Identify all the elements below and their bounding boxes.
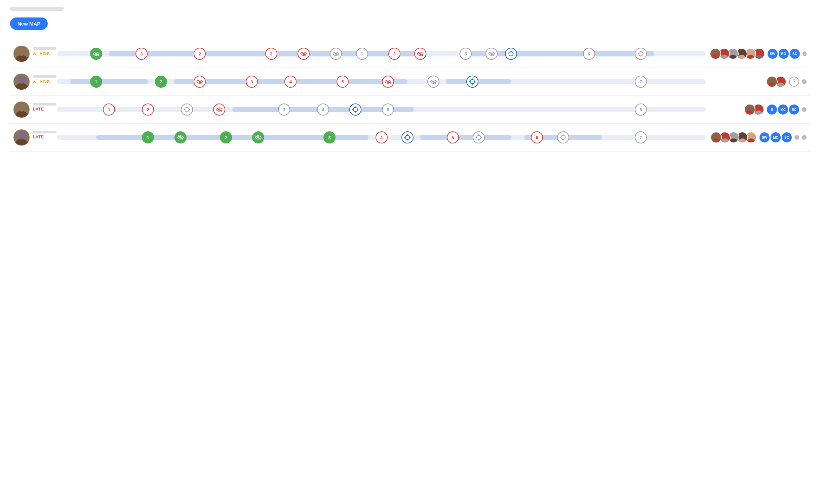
node-row3-7[interactable]: 5 [382,103,394,116]
node-row3-6[interactable] [349,103,361,116]
dot-row4-1 [802,135,807,140]
svg-point-93 [723,134,727,138]
node-row4-6[interactable] [401,131,414,143]
timeline-row4: 1 2 34 5 6 7 [57,129,706,146]
node-row2-1[interactable]: 2 [155,76,167,88]
badge-row3-1: MC [778,104,788,115]
avatar-row3[interactable] [13,101,30,118]
node-row3-1[interactable]: 2 [142,103,154,116]
badge-group-row4: SWMCSC [759,132,792,142]
segment-row2-0 [70,79,148,84]
node-row2-4[interactable]: 4 [284,76,297,88]
node-row3-4[interactable]: 3 [278,103,290,116]
node-row3-3[interactable] [213,103,225,116]
search-bar[interactable] [10,7,64,11]
avatar-sm-row4-0[interactable] [710,132,722,143]
node-row4-0[interactable]: 1 [142,131,154,143]
node-row1-12[interactable]: 6 [583,48,595,60]
svg-point-66 [747,106,752,111]
node-row3-2[interactable] [181,103,193,116]
dot-row1-0 [803,51,807,56]
badge-row1-0: SW [768,49,778,59]
node-row1-11[interactable] [505,48,517,60]
node-row2-8[interactable] [466,76,478,88]
avatar-group-row3 [744,104,764,115]
node-row1-6[interactable]: D [356,48,368,60]
node-row3-8[interactable]: 5 [635,103,647,116]
node-row4-4[interactable]: 3 [323,131,336,143]
node-row2-3[interactable]: 3 [246,76,258,88]
svg-point-96 [738,138,747,143]
node-row1-10[interactable] [485,48,498,60]
svg-point-53 [185,108,189,112]
svg-point-24 [720,55,729,59]
node-row4-11[interactable]: 7 [635,131,647,143]
node-row1-1[interactable]: 3 [135,48,148,60]
svg-point-51 [15,111,28,118]
node-row2-9[interactable]: 7 [635,76,647,88]
badge-row3-0: S [767,104,777,115]
avatar-group-row4 [710,132,757,143]
svg-point-28 [738,55,746,59]
node-row4-1[interactable] [174,131,187,143]
node-row2-7[interactable] [427,76,439,88]
node-row4-8[interactable] [473,131,485,143]
row-right-row3: SMCSC [706,104,807,115]
node-row1-8[interactable] [414,48,426,60]
badge-row3-2: SC [789,104,799,115]
node-row2-6[interactable] [382,76,394,88]
meta-row2: AT RISK [33,74,56,84]
avatar-sm-row3-0[interactable] [744,104,755,115]
avatar-row4[interactable] [13,129,30,145]
badge-group-row2: ? [789,77,799,87]
node-row4-5[interactable]: 4 [376,131,388,143]
node-row4-9[interactable]: 6 [531,131,543,143]
node-row1-7[interactable]: 3 [388,48,400,60]
svg-point-25 [722,50,727,55]
node-row4-7[interactable]: 5 [447,131,459,143]
svg-point-68 [756,106,761,111]
avatar-sm-row2-0[interactable] [766,76,778,87]
status-row1: AT RISK [33,51,56,56]
svg-point-69 [15,139,28,145]
badge-row4-2: SC [782,132,792,142]
node-row2-0[interactable]: 1 [90,76,102,88]
timeline-row2: 12 345 7 [57,73,706,90]
node-row4-3[interactable] [252,131,264,143]
badge-row2-0: ? [789,77,799,87]
node-row1-5[interactable] [330,48,342,60]
svg-point-17 [639,52,643,56]
svg-point-98 [747,138,755,143]
avatar-row1[interactable] [13,46,30,62]
svg-point-30 [746,55,755,59]
avatar-group-row2 [766,76,786,87]
svg-point-32 [755,55,764,59]
node-row1-3[interactable]: 3 [265,48,277,60]
new-map-button[interactable]: New MAP [10,17,48,30]
svg-point-67 [754,111,763,115]
timeline-row3: 12 34 55 [57,101,706,118]
node-row3-5[interactable]: 4 [317,103,329,116]
title-placeholder-row3 [33,103,56,106]
segment-row2-2 [446,79,511,84]
node-row1-13[interactable] [635,48,647,60]
status-row2: AT RISK [33,79,56,84]
dot-row3-0 [802,107,807,112]
node-row1-0[interactable] [90,48,102,60]
node-row1-9[interactable]: 5 [460,48,472,60]
svg-point-92 [721,138,729,143]
svg-point-97 [740,134,745,138]
node-row2-5[interactable]: 5 [337,76,349,88]
avatar-row2[interactable] [13,74,30,90]
node-row4-2[interactable]: 2 [220,131,232,143]
node-row2-2[interactable] [194,76,206,88]
status-row3: LATE [33,107,56,112]
svg-point-49 [777,83,785,87]
avatar-sm-row1-0[interactable] [710,48,721,59]
node-row1-4[interactable] [298,48,310,60]
svg-point-23 [713,50,718,55]
node-row3-0[interactable]: 1 [103,103,115,116]
svg-point-75 [405,135,409,140]
node-row1-2[interactable]: 2 [194,48,206,60]
node-row4-10[interactable] [557,131,569,143]
